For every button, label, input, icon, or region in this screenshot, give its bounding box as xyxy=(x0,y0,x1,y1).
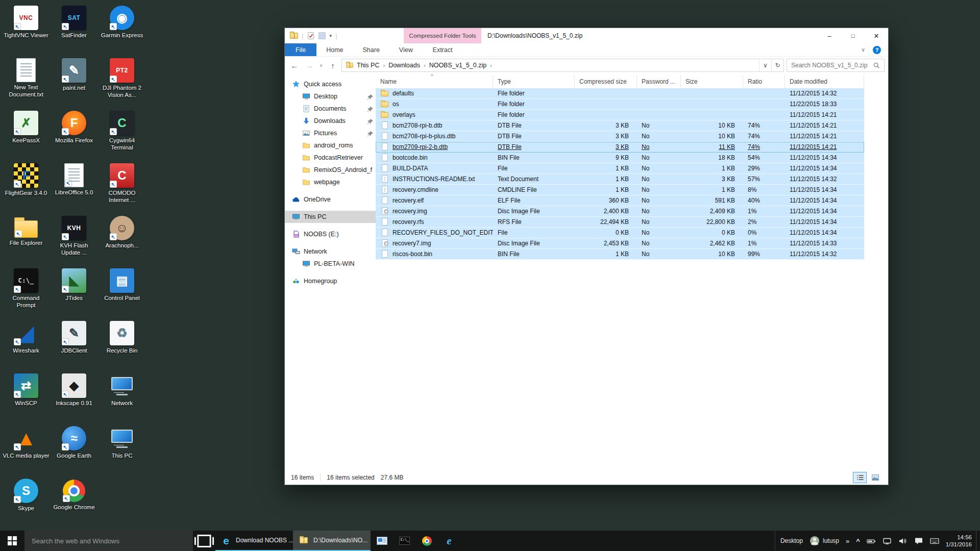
file-row-recovery-rfs[interactable]: recovery.rfsRFS File22,494 KBNo22,800 KB… xyxy=(376,217,864,228)
tab-home[interactable]: Home xyxy=(316,43,353,56)
column-header-size[interactable]: Size xyxy=(681,75,743,88)
column-header-password-[interactable]: Password ... xyxy=(637,75,681,88)
file-row-recovery-cmdline[interactable]: recovery.cmdlineCMDLINE File1 KBNo1 KB8%… xyxy=(376,185,864,195)
keyboard-icon[interactable] xyxy=(930,537,939,545)
desktop-icon-flightgear[interactable]: F↖FlightGear 3.4.0 xyxy=(2,161,50,213)
breadcrumb-item[interactable]: This PC xyxy=(355,62,381,69)
desktop-icon-inkscape[interactable]: ◆↖Inkscape 0.91 xyxy=(50,371,98,423)
desktop-icon-skype[interactable]: S↖Skype xyxy=(2,476,50,529)
column-header-date-modified[interactable]: Date modified xyxy=(785,75,864,88)
sidebar-item-network[interactable]: Network xyxy=(285,245,376,258)
user-toolbar[interactable]: lutusp xyxy=(810,536,839,546)
pinned-command-prompt-icon[interactable]: C:\_ xyxy=(393,531,415,551)
desktop-icon-mozilla-firefox[interactable]: F↖Mozilla Firefox xyxy=(50,108,98,161)
taskbar-button-edge-download-noobs[interactable]: eDownload NOOBS ... xyxy=(215,531,293,551)
breadcrumb-chevron-icon[interactable]: › xyxy=(488,62,494,68)
desktop-icon-libreoffice[interactable]: ↖LibreOffice 5.0 xyxy=(50,161,98,213)
desktop-icon-dji-phantom-2-vision[interactable]: PT2↖DJI Phantom 2 Vision As... xyxy=(98,56,146,108)
taskbar-search-input[interactable] xyxy=(24,537,193,545)
desktop-icon-garmin-express[interactable]: ◉↖Garmin Express xyxy=(98,3,146,56)
desktop-icon-comodo-internet-security[interactable]: C↖COMODO Internet ... xyxy=(98,161,146,213)
start-button[interactable] xyxy=(0,531,24,551)
taskbar-clock[interactable]: 14:56 1/31/2016 xyxy=(946,534,974,548)
new-folder-icon[interactable] xyxy=(318,32,326,39)
desktop-icon-arachnophilia[interactable]: ☺↖Arachnoph... xyxy=(98,213,146,266)
desktop-icon-cygwin64-terminal[interactable]: C↖Cygwin64 Terminal xyxy=(98,108,146,161)
sidebar-item-webpage[interactable]: webpage xyxy=(285,176,376,188)
desktop-icon-jtides[interactable]: ◣↖JTides xyxy=(50,266,98,318)
ribbon-collapse-chevron-icon[interactable]: ∨ xyxy=(861,46,865,53)
sidebar-item-android-roms[interactable]: android_roms xyxy=(285,139,376,152)
pinned-control-panel-icon[interactable] xyxy=(371,531,393,551)
desktop-icon-keepassx[interactable]: ✗↖KeePassX xyxy=(2,108,50,161)
sidebar-item-desktop[interactable]: Desktop xyxy=(285,90,376,103)
up-button[interactable]: ↑ xyxy=(327,61,339,70)
file-row-overlays[interactable]: overlaysFile folder11/12/2015 14:21 xyxy=(376,110,864,120)
file-row-bcm2708-rpi-b-dtb[interactable]: bcm2708-rpi-b.dtbDTB File3 KBNo10 KB74%1… xyxy=(376,120,864,131)
customize-qat-chevron-icon[interactable]: ▾ xyxy=(329,33,332,38)
sidebar-item-quick-access[interactable]: Quick access xyxy=(285,78,376,90)
tab-share[interactable]: Share xyxy=(353,43,389,56)
desktop-icon-tightvnc-viewer[interactable]: VNC↖TightVNC Viewer xyxy=(2,3,50,56)
volume-icon[interactable] xyxy=(898,537,908,545)
breadcrumb-chevron-icon[interactable]: › xyxy=(381,62,386,68)
taskbar-button-explorer-zip-window[interactable]: D:\Downloads\NO... xyxy=(293,531,371,551)
file-row-recovery-img[interactable]: recovery.imgDisc Image File2,400 KBNo2,4… xyxy=(376,206,864,217)
column-header-name[interactable]: Name xyxy=(376,75,493,88)
address-dropdown-chevron-icon[interactable]: ∨ xyxy=(759,59,771,71)
desktop-icon-this-pc[interactable]: This PC xyxy=(98,423,146,476)
sidebar-item-noobs-e-[interactable]: SDNOOBS (E:) xyxy=(285,228,376,240)
file-row-defaults[interactable]: defaultsFile folder11/12/2015 14:32 xyxy=(376,88,864,99)
properties-icon[interactable] xyxy=(307,32,315,40)
thumbnail-view-button[interactable] xyxy=(868,472,882,483)
desktop-icon-paint-net[interactable]: ✎↖paint.net xyxy=(50,56,98,108)
sidebar-item-documents[interactable]: Documents xyxy=(285,103,376,115)
sidebar-item-homegroup[interactable]: Homegroup xyxy=(285,275,376,287)
column-header-compressed-size[interactable]: Compressed size xyxy=(575,75,637,88)
sidebar-item-pl-beta-win[interactable]: PL-BETA-WIN xyxy=(285,258,376,270)
close-button[interactable]: ✕ xyxy=(865,28,888,43)
breadcrumb-chevron-icon[interactable]: › xyxy=(422,62,427,68)
file-row-bcm2709-rpi-2-b-dtb[interactable]: bcm2709-rpi-2-b.dtbDTB File3 KBNo11 KB74… xyxy=(376,142,864,153)
show-desktop-button[interactable] xyxy=(976,531,980,551)
search-input[interactable] xyxy=(787,62,873,69)
file-row-build-data[interactable]: BUILD-DATAFile1 KBNo1 KB29%11/12/2015 14… xyxy=(376,163,864,174)
minimize-button[interactable]: – xyxy=(818,28,841,43)
desktop-icon-jdbclient[interactable]: ✎↖JDBClient xyxy=(50,318,98,371)
file-row-bcm2708-rpi-b-plus-dtb[interactable]: bcm2708-rpi-b-plus.dtbDTB File3 KBNo10 K… xyxy=(376,131,864,142)
sidebar-item-onedrive[interactable]: OneDrive xyxy=(285,193,376,206)
back-button[interactable]: ← xyxy=(288,61,301,70)
desktop-icon-google-chrome[interactable]: ↖Google Chrome xyxy=(50,476,98,529)
sidebar-item-remixos-android-f[interactable]: RemixOS_Android_f xyxy=(285,164,376,176)
sidebar-item-podcastretriever[interactable]: PodcastRetriever xyxy=(285,152,376,164)
desktop-icon-kvh-flash-update[interactable]: KVH↖KVH Flash Update ... xyxy=(50,213,98,266)
toolbar-overflow-chevron-icon[interactable]: » xyxy=(846,537,849,545)
file-row-riscos-boot-bin[interactable]: riscos-boot.binBIN File1 KBNo10 KB99%11/… xyxy=(376,249,864,260)
desktop-icon-vlc-media-player[interactable]: ▲↖VLC media player xyxy=(2,423,50,476)
desktop-icon-network[interactable]: Network xyxy=(98,371,146,423)
column-header-ratio[interactable]: Ratio xyxy=(743,75,785,88)
column-header-type[interactable]: Type xyxy=(493,75,575,88)
file-row-os[interactable]: osFile folder11/22/2015 18:33 xyxy=(376,99,864,110)
desktop-icon-file-explorer[interactable]: ↖File Explorer xyxy=(2,213,50,266)
tab-extract[interactable]: Extract xyxy=(404,43,481,56)
recent-locations-chevron-icon[interactable]: ∨ xyxy=(318,63,324,68)
network-icon[interactable] xyxy=(883,537,892,545)
desktop-icon-satfinder[interactable]: SAT↖SatFinder xyxy=(50,3,98,56)
breadcrumb-item[interactable]: NOOBS_v1_5_0.zip xyxy=(427,62,489,69)
desktop-icon-recycle-bin[interactable]: ♻Recycle Bin xyxy=(98,318,146,371)
desktop-icon-wireshark[interactable]: ◢↖Wireshark xyxy=(2,318,50,371)
sidebar-item-pictures[interactable]: Pictures xyxy=(285,127,376,139)
show-hidden-icons-chevron-icon[interactable]: ^ xyxy=(856,537,860,545)
desktop-icon-winscp[interactable]: ⇄↖WinSCP xyxy=(2,371,50,423)
help-icon[interactable]: ? xyxy=(873,46,881,54)
file-row-recovery7-img[interactable]: recovery7.imgDisc Image File2,453 KBNo2,… xyxy=(376,238,864,249)
file-row-recovery-elf[interactable]: recovery.elfELF File360 KBNo591 KB40%11/… xyxy=(376,195,864,206)
refresh-icon[interactable]: ↻ xyxy=(771,59,783,71)
action-center-icon[interactable] xyxy=(914,537,923,545)
pinned-chrome-icon[interactable] xyxy=(415,531,438,551)
breadcrumb-item[interactable]: Downloads xyxy=(386,62,422,69)
tab-file[interactable]: File xyxy=(285,43,316,56)
file-row-recovery-files-do-not-edit[interactable]: RECOVERY_FILES_DO_NOT_EDITFile0 KBNo0 KB… xyxy=(376,228,864,238)
desktop-icon-control-panel[interactable]: ▤Control Panel xyxy=(98,266,146,318)
